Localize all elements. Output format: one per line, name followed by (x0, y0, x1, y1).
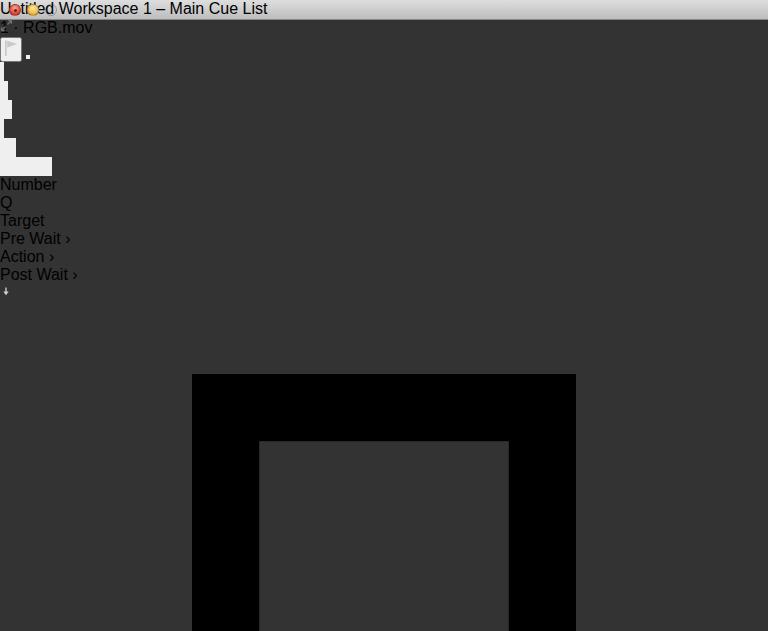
fade-cue-button[interactable] (0, 119, 4, 138)
cue-list-header: Number Q Target Pre Wait › Action › Post… (0, 176, 768, 302)
timecode-cue-button[interactable] (12, 138, 16, 157)
toolbar (0, 62, 768, 176)
continue-column-header (0, 284, 768, 302)
toolbar-group (0, 81, 768, 100)
qlab-workspace-window: Untitled Workspace 1 – Main Cue List GO … (0, 0, 768, 631)
toolbar-group (0, 119, 768, 138)
action-column-header: Action › (0, 248, 768, 266)
post-wait-column-header: Post Wait › (0, 266, 768, 284)
pre-wait-column-header: Pre Wait › (0, 230, 768, 248)
minimize-button[interactable] (27, 4, 39, 16)
pre-wait-label: Pre Wait (0, 230, 61, 247)
toolbar-group (0, 138, 768, 157)
mic-cue-button[interactable] (4, 81, 8, 100)
toolbar-group (0, 62, 768, 81)
post-wait-menu-chevron[interactable]: › (72, 266, 77, 283)
group-cue-button[interactable] (0, 62, 4, 81)
flag-icon (2, 39, 20, 57)
pre-wait-menu-chevron[interactable]: › (65, 230, 70, 247)
toolbar-group (0, 157, 768, 176)
zoom-button[interactable] (45, 4, 57, 16)
number-column-header: Number (0, 176, 768, 194)
post-wait-label: Post Wait (0, 266, 68, 283)
title-bar: Untitled Workspace 1 – Main Cue List (0, 0, 768, 20)
continue-column-icon (0, 285, 12, 298)
script-cue-button[interactable] (48, 157, 52, 176)
load-indicator-button[interactable] (26, 55, 30, 59)
text-cue-button[interactable] (8, 100, 12, 119)
q-column-header: Q (0, 194, 768, 212)
target-column-header: Target (0, 212, 768, 230)
fullscreen-icon[interactable] (0, 19, 13, 32)
flag-button[interactable] (0, 37, 22, 62)
window-title: Untitled Workspace 1 – Main Cue List (0, 0, 768, 18)
video-cue-icon (0, 302, 768, 631)
close-button[interactable] (9, 4, 21, 16)
action-menu-chevron[interactable]: › (49, 248, 54, 265)
action-label: Action (0, 248, 44, 265)
cue-row[interactable]: 1 RGB.mov 00:00.00 00:01.04 00:00.00 (0, 302, 768, 631)
cue-list: Number Q Target Pre Wait › Action › Post… (0, 176, 768, 631)
cue-type-cell (0, 302, 768, 631)
toolbar-group (0, 100, 768, 119)
